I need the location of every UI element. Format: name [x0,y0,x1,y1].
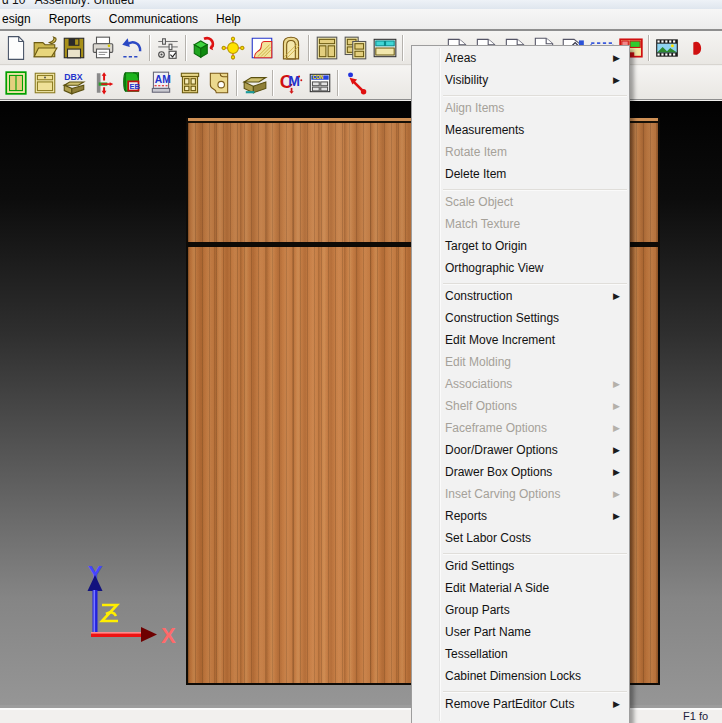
svg-text:EB: EB [129,82,140,91]
menubar-item-communications[interactable]: Communications [100,10,207,29]
menu-item-label: Edit Move Increment [445,333,555,347]
toolbar-separator [648,35,649,61]
edge-band-icon: EB [119,70,145,96]
menu-item-inset-carving-options: Inset Carving Options▶ [412,484,629,506]
menu-item-label: Tessellation [445,647,508,661]
menubar-item-help[interactable]: Help [207,10,250,29]
assembly-manager-icon: AM [148,70,174,96]
submenu-arrow-icon: ▶ [613,440,620,462]
menu-item-construction[interactable]: Construction▶ [412,286,629,308]
dbx-drawer-icon: DBX [61,70,87,96]
cabinet-plan-button[interactable] [370,33,399,62]
menu-item-drawer-box-options[interactable]: Drawer Box Options▶ [412,462,629,484]
menu-item-label: Match Texture [445,217,520,231]
options-button[interactable] [153,33,182,62]
menu-item-delete-item[interactable]: Delete Item [412,164,629,186]
construction-panel-button[interactable]: CON [305,68,334,97]
base-cabinet-button[interactable] [30,68,59,97]
new-file-icon [3,35,29,61]
menu-item-orthographic-view[interactable]: Orthographic View [412,258,629,280]
edge-red-icon [689,35,715,61]
menu-item-user-part-name[interactable]: User Part Name [412,622,629,644]
door-style-button[interactable] [276,33,305,62]
shaped-part-button[interactable] [204,68,233,97]
menu-item-edit-move-increment[interactable]: Edit Move Increment [412,330,629,352]
menu-item-remove-parteditor-cuts[interactable]: Remove PartEditor Cuts▶ [412,694,629,716]
open-button[interactable] [30,33,59,62]
menu-item-label: User Part Name [445,625,531,639]
menu-item-label: Associations [445,377,512,391]
assembly-3d-button[interactable] [189,33,218,62]
save-button[interactable] [59,33,88,62]
print-button[interactable] [88,33,117,62]
faceframe-button[interactable] [175,68,204,97]
menu-item-visibility[interactable]: Visibility▶ [412,70,629,92]
axis-z-glyph [102,605,118,621]
menu-item-label: Areas [445,51,476,65]
cabinet-elevation-button[interactable] [312,33,341,62]
menu-item-label: Drawer Box Options [445,465,552,479]
menu-item-target-to-origin[interactable]: Target to Origin [412,236,629,258]
cabinet-copy-icon [343,35,369,61]
menubar-item-esign[interactable]: esign [0,10,40,29]
dbx-drawer-button[interactable]: DBX [59,68,88,97]
molding-profile-button[interactable] [247,33,276,62]
menu-separator [443,691,627,692]
menu-item-door-drawer-options[interactable]: Door/Drawer Options▶ [412,440,629,462]
menu-item-label: Shelf Options [445,399,517,413]
menu-separator [443,283,627,284]
menu-item-faceframe-options: Faceframe Options▶ [412,418,629,440]
menu-item-tessellation[interactable]: Tessellation [412,644,629,666]
drawer-box-button[interactable] [240,68,269,97]
render-button[interactable] [652,33,681,62]
menu-item-label: Cabinet Dimension Locks [445,669,581,683]
title-bar: d 10 Assembly: Untitled [0,0,722,9]
pointer-tool-button[interactable] [341,68,370,97]
menu-item-label: Edit Molding [445,355,511,369]
cut-off-button[interactable] [687,33,716,62]
menu-item-set-labor-costs[interactable]: Set Labor Costs [412,528,629,550]
shelf-adjust-icon [90,70,116,96]
menu-item-areas[interactable]: Areas▶ [412,48,629,70]
svg-text:AM: AM [154,74,170,85]
orbit-target-icon [220,35,246,61]
menu-item-group-parts[interactable]: Group Parts [412,600,629,622]
menu-item-match-texture: Match Texture [412,214,629,236]
menu-item-label: Scale Object [445,195,513,209]
menu-item-construction-settings[interactable]: Construction Settings [412,308,629,330]
part-adjust-button[interactable] [88,68,117,97]
svg-text:CON: CON [312,75,323,80]
toolbar-separator [236,70,237,96]
menu-item-label: Orthographic View [445,261,544,275]
menu-item-measurements[interactable]: Measurements [412,120,629,142]
render-film-icon [654,35,680,61]
toolbar-separator [149,35,150,61]
undo-button[interactable] [117,33,146,62]
menu-item-label: Delete Item [445,167,506,181]
assembly-manager-button[interactable]: AM [146,68,175,97]
svg-text:M: M [288,72,300,88]
menu-item-edit-material-a-side[interactable]: Edit Material A Side [412,578,629,600]
submenu-arrow-icon: ▶ [613,506,620,528]
menu-item-label: Rotate Item [445,145,507,159]
menu-separator [443,553,627,554]
menu-item-label: Grid Settings [445,559,514,573]
orbit-target-button[interactable] [218,33,247,62]
undo-icon [119,35,145,61]
menu-item-label: Construction [445,289,512,303]
cabinet-green-icon [3,70,29,96]
menu-item-cabinet-dimension-locks[interactable]: Cabinet Dimension Locks [412,666,629,688]
cabinet-editor-button[interactable] [1,68,30,97]
menu-item-reports[interactable]: Reports▶ [412,506,629,528]
cabinet-copy-button[interactable] [341,33,370,62]
menu-item-label: Door/Drawer Options [445,443,558,457]
menubar-item-reports[interactable]: Reports [40,10,100,29]
custom-material-button[interactable]: CM [276,68,305,97]
context-menu: Areas▶Visibility▶Align ItemsMeasurements… [411,45,630,723]
menu-item-grid-settings[interactable]: Grid Settings [412,556,629,578]
axis-x-arrowhead [141,627,157,642]
submenu-arrow-icon: ▶ [613,462,620,484]
edge-band-button[interactable]: EB [117,68,146,97]
new-button[interactable] [1,33,30,62]
faceframe-window-icon [177,70,203,96]
